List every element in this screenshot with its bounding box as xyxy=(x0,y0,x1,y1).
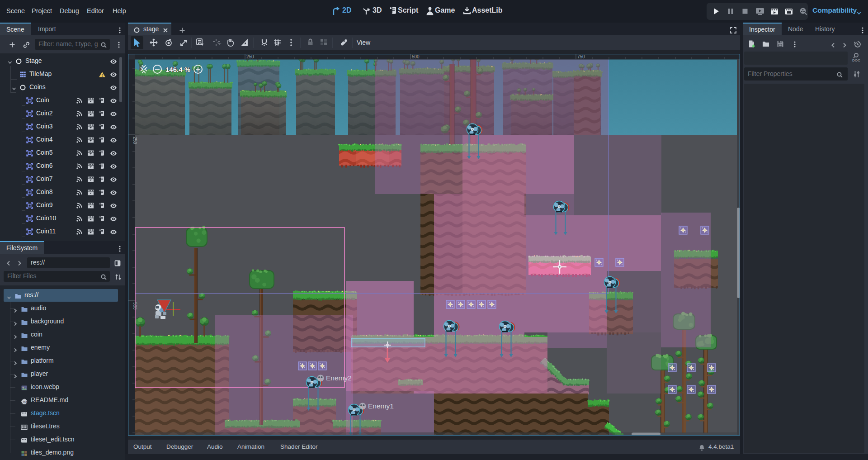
svg-text:View: View xyxy=(357,39,371,46)
svg-text:DOC: DOC xyxy=(852,58,860,62)
svg-text:500: 500 xyxy=(412,54,420,59)
svg-text:146.4 %: 146.4 % xyxy=(165,66,190,73)
svg-text:TXT: TXT xyxy=(23,400,28,403)
svg-text:500: 500 xyxy=(132,302,137,310)
svg-text:Enemy2: Enemy2 xyxy=(326,374,352,382)
svg-text:750: 750 xyxy=(577,54,585,59)
svg-text:Enemy1: Enemy1 xyxy=(368,402,394,410)
svg-text:250: 250 xyxy=(246,54,254,59)
svg-text:250: 250 xyxy=(132,137,137,144)
